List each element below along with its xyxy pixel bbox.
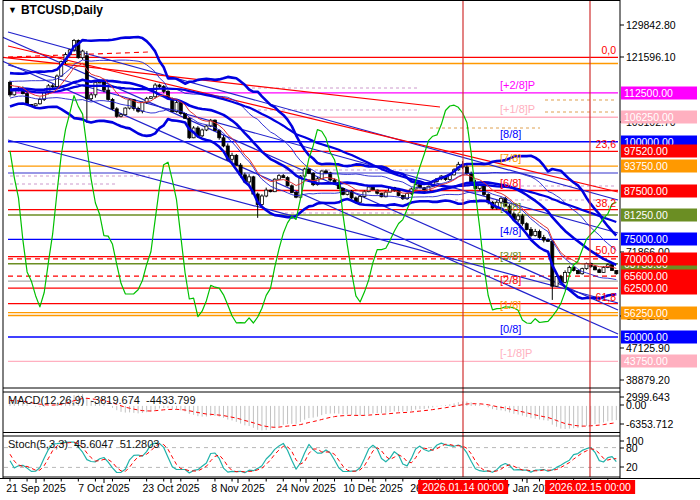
macd-axis-label: 0.00 [626, 399, 646, 411]
time-axis-label: 7 Oct 2025 [78, 482, 129, 494]
price-level-badge: 43750.00 [621, 355, 697, 368]
price-level-badge: 112500.00 [621, 86, 697, 99]
stoch-indicator-name: Stoch(5,3,3) [8, 438, 68, 450]
fibonacci-level-label: 50,0 [572, 244, 616, 256]
price-level-badge: 56250.00 [621, 306, 697, 319]
murrey-level-label: [7/8] [500, 152, 521, 164]
murrey-level-label: [8/8] [500, 128, 521, 140]
price-level-badge: 50000.00 [621, 331, 697, 344]
symbol-dropdown-icon[interactable]: ▼ [8, 5, 17, 15]
chart-title: ▼BTCUSD,Daily [8, 3, 103, 17]
time-axis-label: 24 Nov 2025 [276, 482, 336, 494]
murrey-level-label: [6/8] [500, 177, 521, 189]
price-level-badge: 70000.00 [621, 252, 697, 265]
stoch-panel-label: Stoch(5,3,3)45.604751.2803 [8, 438, 165, 450]
price-level-badge: 97520.00 [621, 145, 697, 158]
event-date-badge: 2026.02.15 00:00 [545, 480, 635, 494]
murrey-level-label: [+1/8]P [500, 103, 535, 115]
price-level-badge: 93750.00 [621, 160, 697, 173]
chart-window: ▼BTCUSD,Daily MACD(12,26,9)-3819.674-443… [0, 0, 700, 500]
time-axis-label: 23 Oct 2025 [142, 482, 199, 494]
price-level-badge: 65600.00 [621, 270, 697, 283]
macd-panel-label: MACD(12,26,9)-3819.674-4433.799 [8, 394, 202, 406]
price-axis-label: 121596.10 [626, 51, 676, 63]
price-level-badge: 75000.00 [621, 233, 697, 246]
macd-indicator-name: MACD(12,26,9) [8, 394, 84, 406]
murrey-level-label: [2/8] [500, 274, 521, 286]
price-level-badge: 62500.00 [621, 282, 697, 295]
price-axis-label: 129842.80 [626, 19, 676, 31]
price-level-badge: 87500.00 [621, 184, 697, 197]
price-axis-label: 38879.20 [626, 374, 670, 386]
murrey-level-label: [4/8] [500, 225, 521, 237]
murrey-level-label: [-1/8]P [500, 347, 532, 359]
stoch-value-d: 51.2803 [120, 438, 160, 450]
price-level-badge: 81250.00 [621, 208, 697, 221]
time-axis-label: 21 Sep 2025 [6, 482, 66, 494]
murrey-level-label: [1/8] [500, 299, 521, 311]
fibonacci-level-label: 23,6 [572, 138, 616, 150]
event-date-badge: 2026.01.14 00:00 [418, 480, 508, 494]
macd-value-main: -3819.674 [90, 394, 140, 406]
murrey-level-label: [5/8] [500, 201, 521, 213]
stoch-value-k: 45.6047 [74, 438, 114, 450]
fibonacci-level-label: 0,0 [572, 44, 616, 56]
macd-value-signal: -4433.799 [146, 394, 196, 406]
fibonacci-level-label: 61,8 [572, 291, 616, 303]
time-axis-label: 8 Nov 2025 [211, 482, 265, 494]
murrey-level-label: [+2/8]P [500, 79, 535, 91]
murrey-level-label: [0/8] [500, 323, 521, 335]
symbol-period-label: BTCUSD,Daily [21, 3, 103, 17]
murrey-level-label: [3/8] [500, 250, 521, 262]
time-axis-label: 10 Dec 2025 [343, 482, 403, 494]
stoch-axis-label: 80 [626, 442, 638, 454]
fibonacci-level-label: 38,2 [572, 197, 616, 209]
price-level-badge: 106250.00 [621, 111, 697, 124]
macd-axis-label: -6353.712 [626, 418, 673, 430]
price-axis-label: 47125.90 [626, 342, 670, 354]
stoch-axis-label: 20 [626, 461, 638, 473]
